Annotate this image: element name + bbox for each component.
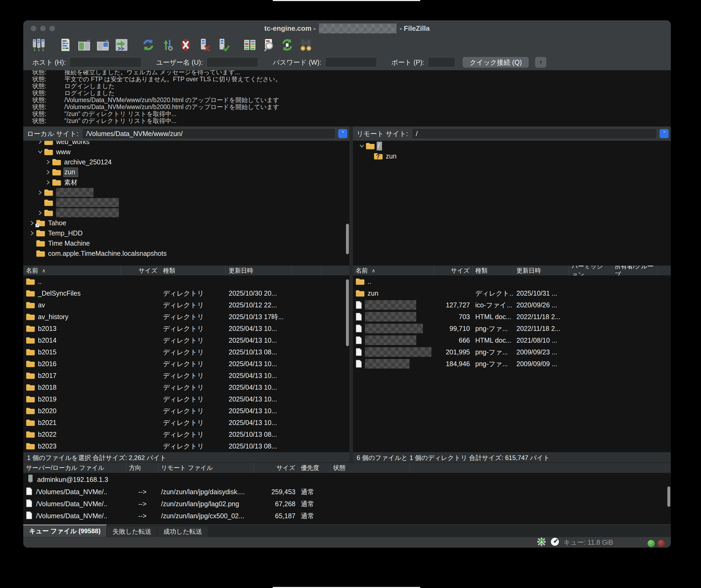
synchronized-browsing-button[interactable] [280,38,295,53]
quickconnect-dropdown[interactable]: ▼ [535,57,546,68]
queue-item-row[interactable]: /Volumes/Data_NVMe/..-->/zun/zun/lan/jpg… [23,486,671,498]
remote-tree-toggle-button[interactable] [95,38,110,53]
queue-column-header-2[interactable]: 方向 [127,463,159,473]
tree-item-archive_250124[interactable]: archive_250124 [23,157,349,167]
chevron-right-icon[interactable] [28,231,36,235]
queue-column-header-1[interactable]: サーバー/ローカル ファイル [23,463,127,473]
quickconnect-button[interactable]: クイック接続 (Q) [463,57,529,68]
local-path-dropdown[interactable]: ˇ [338,129,347,138]
chevron-right-icon[interactable] [44,160,52,164]
remote-path-dropdown[interactable]: ˇ [660,129,669,138]
file-row[interactable]: _DelSyncFilesディレクトリ2025/10/30 20... [23,287,349,299]
tree-item-[interactable]: 素材 [23,177,349,187]
column-header-2[interactable]: サイズ [434,266,473,275]
find-files-button[interactable] [298,38,313,53]
pane-divider[interactable] [349,127,353,462]
column-header-1[interactable]: 名前∧ [353,266,434,275]
auto-transfer-mode-icon[interactable]: A [537,537,546,548]
port-input[interactable] [428,57,455,67]
column-header-2[interactable]: サイズ [121,266,160,275]
column-header-1[interactable]: 名前∧ [23,266,121,275]
refresh-button[interactable] [141,38,156,53]
chevron-down-icon[interactable] [36,150,44,154]
file-row[interactable]: avディレクトリ2025/10/12 22... [23,299,349,311]
file-row[interactable]: b2021ディレクトリ2025/04/13 10... [23,417,349,428]
password-input[interactable] [325,57,377,67]
chevron-right-icon[interactable] [36,211,44,215]
column-header-4[interactable]: 更新日時 [226,266,292,275]
column-header-4[interactable]: 更新日時 [514,266,569,275]
queue-scrollbar[interactable] [667,486,670,507]
tree-item-Temp_HDD[interactable]: Temp_HDD [23,228,349,238]
file-search-button[interactable] [261,38,276,53]
column-header-5[interactable]: パーミッション [569,266,612,275]
cancel-button[interactable] [178,38,193,53]
local-tree-toggle-button[interactable] [77,38,92,53]
tree-item-[interactable]: / [353,141,671,151]
tab-successful-transfers[interactable]: 成功した転送 [158,526,208,537]
tab-queued-files[interactable]: キュー ファイル (99588) [23,525,106,537]
chevron-right-icon[interactable] [44,170,52,174]
chevron-right-icon[interactable] [28,221,36,225]
local-list-scrollbar[interactable] [346,279,349,346]
chevron-right-icon[interactable] [36,191,44,195]
queue-server-row[interactable]: adminkun@192.168.1.3 [23,473,671,486]
tree-item-zun[interactable]: ?zun [353,151,671,161]
column-header-3[interactable]: 種類 [160,266,226,275]
speed-limit-icon[interactable] [550,537,559,548]
tree-item-www[interactable]: www [23,147,349,157]
disconnect-button[interactable] [197,38,212,53]
queue-item-row[interactable]: /Volumes/Data_NVMe/..-->/zun/zun/lan/jpg… [23,498,671,510]
file-row[interactable]: .. [23,275,349,287]
site-manager-button[interactable] [31,38,46,53]
file-row[interactable]: av_historyディレクトリ2025/10/13 17時... [23,311,349,323]
file-row[interactable]: b2013ディレクトリ2025/04/13 10... [23,323,349,334]
message-log-button[interactable] [58,38,73,53]
file-row[interactable]: b2018ディレクトリ2025/04/13 10... [23,381,349,393]
file-row[interactable]: 99,710png-ファ...2022/11/18 2... [353,323,671,334]
process-queue-button[interactable] [160,38,175,53]
queue-column-header-5[interactable]: 優先度 [298,463,330,473]
column-header-6[interactable]: 所有者/グループ [612,266,658,275]
tree-item-web_works[interactable]: web_works [23,141,349,147]
chevron-down-icon[interactable] [358,144,366,148]
tree-item-redacted[interactable] [23,187,349,198]
tab-failed-transfers[interactable]: 失敗した転送 [106,526,157,537]
file-row[interactable]: 666HTML doc...2021/08/10 ... [353,334,671,346]
file-row[interactable]: 703HTML doc...2022/11/18 2... [353,311,671,323]
file-row[interactable]: b2017ディレクトリ2025/04/13 10... [23,370,349,381]
file-row[interactable]: b2019ディレクトリ2025/04/13 10... [23,393,349,405]
tree-item-Tahoe[interactable]: ↗Tahoe [23,218,349,228]
host-input[interactable] [69,57,142,67]
file-row[interactable]: b2022ディレクトリ2025/10/13 08... [23,428,349,440]
remote-path-input[interactable]: / [412,128,657,139]
file-row[interactable]: b2015ディレクトリ2025/10/13 08... [23,346,349,358]
tree-item-TimeMachine[interactable]: Time Machine [23,238,349,248]
file-row[interactable]: b2023ディレクトリ2025/10/13 08... [23,440,349,452]
tree-item-redacted[interactable] [23,208,349,218]
local-tree-scrollbar[interactable] [346,224,349,254]
file-row[interactable]: 184,946png-ファ...2009/09/09 ... [353,358,671,370]
tree-item-zun[interactable]: zun [23,167,349,177]
file-row[interactable]: b2020ディレクトリ2025/04/13 10... [23,405,349,417]
queue-column-header-3[interactable]: リモート ファイル [159,463,254,473]
tree-item-redacted[interactable] [23,198,349,208]
chevron-right-icon[interactable] [36,141,44,144]
queue-column-header-4[interactable]: サイズ [254,463,298,473]
tree-item-comappleTimeMachinelocalsnapshots[interactable]: com.apple.TimeMachine.localsnapshots [23,248,349,258]
file-row[interactable]: 201,995png-ファ...2009/09/23 ... [353,346,671,358]
queue-column-header-6[interactable]: 状態 [330,463,410,473]
queue-item-row[interactable]: /Volumes/Data_NVMe/..-->/zun/zun/lan/jpg… [23,510,671,522]
directory-comparison-button[interactable] [242,38,257,53]
reconnect-button[interactable] [216,38,231,53]
file-row[interactable]: .. [353,275,671,287]
local-path-input[interactable]: /Volumes/Data_NVMe/www/zun/ [82,128,335,139]
file-row[interactable]: zunディレクト...2025/10/31 ... [353,287,671,299]
file-row[interactable]: b2016ディレクトリ2025/04/13 10... [23,358,349,370]
file-row[interactable]: 127,727ico-ファイ...2020/09/26 ... [353,299,671,311]
transfer-queue-toggle-button[interactable] [114,38,129,53]
file-row[interactable]: b2014ディレクトリ2025/04/13 10... [23,334,349,346]
chevron-right-icon[interactable] [44,180,52,184]
username-input[interactable] [207,57,258,67]
column-header-3[interactable]: 種類 [473,266,514,275]
